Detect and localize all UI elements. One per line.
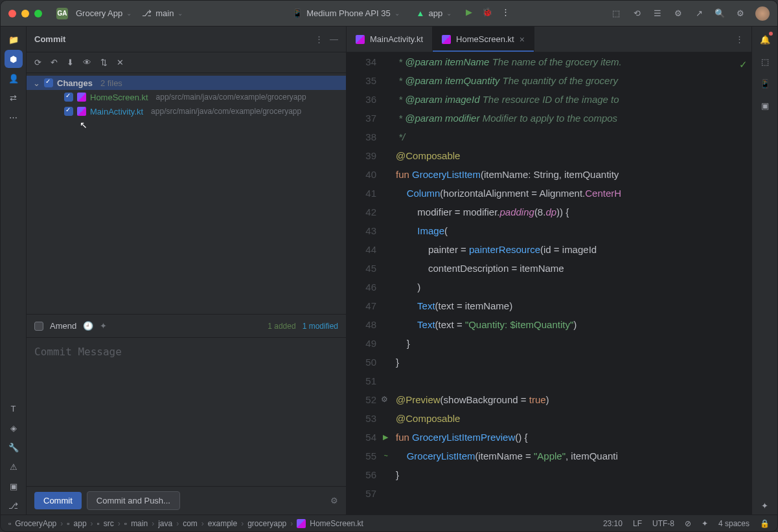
line-separator[interactable]: LF [633,519,642,528]
changes-checkbox[interactable] [44,78,53,87]
readonly-icon[interactable]: ⊘ [685,519,691,528]
run-button[interactable]: ▶ [463,6,475,17]
breadcrumb-item[interactable]: app [74,519,87,528]
kotlin-file-icon [356,35,365,44]
file-checkbox[interactable] [64,107,73,116]
android-icon: ▲ [417,8,425,18]
search-icon[interactable]: 🔍 [714,8,726,19]
code-content[interactable]: * @param itemName The name of the grocer… [388,52,751,515]
history-icon[interactable]: 🕘 [83,321,93,331]
changes-label: Changes [57,78,93,88]
folder-icon: ▫ [8,519,11,528]
branch-selector[interactable]: ⎇ main ⌄ [137,6,188,21]
commit-button[interactable]: Commit [34,492,82,509]
breadcrumb-item[interactable]: GroceryApp [15,519,56,528]
kotlin-file-icon [442,35,451,44]
panel-options-icon[interactable]: ⋮ [315,34,323,44]
running-devices-tool[interactable]: ▣ [756,96,774,115]
resource-tool[interactable]: ◈ [5,419,23,437]
commit-and-push-button[interactable]: Commit and Push... [87,491,180,510]
tab-mainactivity[interactable]: MainActivity.kt [347,27,433,52]
commit-message-input[interactable] [34,346,338,478]
maximize-window[interactable] [34,10,42,17]
device-selector[interactable]: 📱 Medium Phone API 35 ⌄ [287,6,404,21]
commit-tool[interactable]: ⬢ [5,50,23,68]
expand-icon[interactable]: ⌄ [33,78,40,88]
lock-icon[interactable]: 🔒 [760,519,770,528]
chevron-down-icon: ⌄ [177,10,183,17]
minimize-window[interactable] [21,10,29,17]
breadcrumb-item[interactable]: com [183,519,198,528]
indent[interactable]: 4 spaces [718,519,749,528]
avatar[interactable] [755,6,770,21]
close-tab-icon[interactable]: × [520,34,525,45]
chevron-down-icon: ⌄ [395,10,400,17]
app-badge: GA [56,8,68,19]
gradle-tool[interactable]: ⬚ [756,52,774,71]
file-row[interactable]: MainActivity.kt app/src/main/java/com/ex… [27,104,346,118]
titlebar: GA Grocery App ⌄ ⎇ main ⌄ 📱 Medium Phone… [1,1,777,27]
chevron-down-icon: ⌄ [126,10,132,17]
project-selector[interactable]: GA Grocery App ⌄ [51,5,137,22]
commit-panel: Commit ⋮ — ⟳ ↶ ⬇ 👁 ⇅ ✕ ⌄ Changes 2 [27,27,347,515]
resource-manager-icon[interactable]: ⟲ [631,8,643,19]
changelist-icon[interactable]: ⇅ [100,58,108,67]
breadcrumb-item[interactable]: main [131,519,148,528]
tab-options-icon[interactable]: ⋮ [735,34,744,44]
refresh-icon[interactable]: ⟳ [34,58,41,67]
analysis-ok-icon[interactable]: ✓ [739,55,748,74]
group-icon[interactable]: ✕ [117,58,124,67]
modified-count: 1 modified [303,322,338,331]
file-checkbox[interactable] [64,93,73,102]
ai-icon[interactable]: ✦ [100,321,107,331]
text-tool[interactable]: T [5,399,23,417]
ai-status-icon[interactable]: ✦ [702,519,708,528]
chevron-down-icon: ⌄ [446,10,452,17]
amend-checkbox[interactable] [34,322,43,331]
device-icon: 📱 [292,8,303,18]
panel-minimize-icon[interactable]: — [330,34,338,44]
diff-icon[interactable]: 👁 [83,58,91,67]
code-editor[interactable]: ✓ 34353637383940414243444546474849505152… [347,52,751,515]
encoding[interactable]: UTF-8 [652,519,674,528]
file-path: app/src/main/java/com/example/groceryapp [151,107,301,116]
version-control-tool[interactable]: ⎇ [5,496,23,515]
debug-button[interactable]: 🐞 [481,6,493,17]
commit-settings-icon[interactable]: ⚙ [330,496,338,505]
rollback-icon[interactable]: ↶ [51,58,58,67]
breadcrumb-item[interactable]: groceryapp [247,519,286,528]
tab-label: MainActivity.kt [370,34,423,44]
shelve-icon[interactable]: ⬇ [67,58,74,67]
tab-homescreen[interactable]: HomeScreen.kt × [433,27,534,52]
changes-node[interactable]: ⌄ Changes 2 files [27,76,346,90]
project-tool[interactable]: 📁 [5,30,23,49]
commit-update-icon[interactable]: ↗ [693,8,705,19]
statusbar: ▫GroceryApp›▫app›▫src›▫main›java›com›exa… [1,515,777,531]
file-row[interactable]: HomeScreen.kt app/src/main/java/com/exam… [27,90,346,104]
run-config-selector[interactable]: ▲ app ⌄ [411,6,457,21]
caret-position[interactable]: 23:10 [603,519,623,528]
code-with-me-icon[interactable]: ⬚ [610,8,622,19]
added-count: 1 added [268,322,295,331]
breadcrumb-item[interactable]: java [158,519,172,528]
build-variants-tool[interactable]: 🔧 [5,438,23,456]
more-actions[interactable]: ⋮ [499,6,511,17]
amend-label: Amend [50,321,76,331]
breadcrumb-item[interactable]: HomeScreen.kt [310,519,363,528]
device-manager-tool[interactable]: 📱 [756,74,774,93]
breadcrumb-item[interactable]: example [208,519,237,528]
commit-title: Commit [34,34,65,44]
ai-assistant-tool[interactable]: ✦ [756,496,774,515]
breadcrumbs[interactable]: ▫GroceryApp›▫app›▫src›▫main›java›com›exa… [8,519,363,528]
sync-icon[interactable]: ⚙ [672,8,684,19]
notifications-tool[interactable]: 🔔 [756,30,774,49]
problems-tool[interactable]: ⚠ [5,458,23,476]
layout-inspector-icon[interactable]: ☰ [652,8,663,19]
terminal-tool[interactable]: ▣ [5,477,23,495]
breadcrumb-item[interactable]: src [104,519,114,528]
structure-tool[interactable]: 👤 [5,69,23,87]
pull-requests-tool[interactable]: ⇄ [5,89,23,107]
close-window[interactable] [8,10,16,17]
settings-icon[interactable]: ⚙ [735,8,746,19]
more-tools[interactable]: ⋯ [5,108,23,126]
